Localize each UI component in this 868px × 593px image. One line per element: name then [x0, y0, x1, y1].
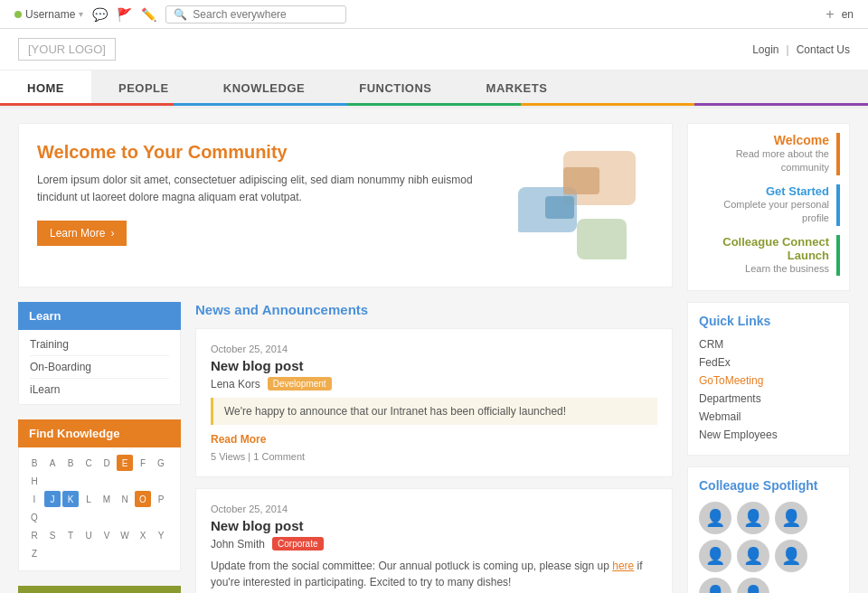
- search-bar[interactable]: 🔍: [165, 5, 346, 24]
- login-link[interactable]: Login: [752, 43, 778, 56]
- learn-more-label: Learn More: [50, 227, 105, 240]
- quick-link-webmail[interactable]: Webmail: [699, 408, 838, 426]
- top-bar-right: + en: [826, 6, 854, 23]
- user-status-dot: [14, 11, 22, 18]
- connect-launch-desc: Learn the business: [697, 262, 829, 276]
- alpha-row-3: R S T U V W X Y Z: [26, 527, 173, 561]
- colleague-avatar-8[interactable]: 👤: [737, 578, 769, 593]
- alpha-h[interactable]: H: [26, 473, 42, 489]
- alpha-n[interactable]: N: [117, 491, 133, 507]
- user-dropdown-icon[interactable]: ▾: [79, 9, 83, 19]
- nav-item-markets[interactable]: MARKETS: [459, 71, 575, 106]
- alpha-row-1: B A B C D E F G H: [26, 455, 173, 489]
- alpha-k[interactable]: K: [62, 491, 79, 507]
- sidebar-learn-list: Training On-Boarding iLearn: [18, 330, 181, 405]
- top-bar: Username ▾ 💬 🚩 ✏️ 🔍 + en: [0, 0, 868, 29]
- hero-image: [491, 142, 654, 268]
- nav-item-functions[interactable]: FUNCTIONS: [332, 71, 458, 106]
- nav-item-people[interactable]: PEOPLE: [91, 71, 196, 106]
- colleague-avatar-6[interactable]: 👤: [775, 540, 807, 572]
- colleague-avatar-1[interactable]: 👤: [699, 502, 731, 534]
- alpha-u[interactable]: U: [80, 527, 97, 543]
- alpha-t[interactable]: T: [62, 527, 79, 543]
- edit-icon[interactable]: ✏️: [141, 7, 156, 22]
- quick-link-crm[interactable]: CRM: [699, 335, 838, 353]
- get-started-title: Get Started: [697, 184, 829, 198]
- alpha-a[interactable]: A: [44, 455, 61, 471]
- chat-bubbles-illustration: [500, 142, 645, 268]
- contact-link[interactable]: Contact Us: [797, 43, 850, 56]
- news-post-1-title: New blog post: [211, 358, 657, 373]
- alpha-w[interactable]: W: [117, 527, 133, 543]
- quick-link-departments[interactable]: Departments: [699, 390, 838, 408]
- hero-title: Welcome to Your Community: [37, 142, 473, 163]
- right-connect-section: Colleague Connect Launch Learn the busin…: [697, 235, 840, 276]
- alpha-o[interactable]: O: [135, 491, 151, 507]
- alpha-r[interactable]: R: [26, 527, 42, 543]
- chat-icon[interactable]: 💬: [92, 7, 108, 22]
- nav-item-home[interactable]: HOME: [0, 71, 91, 106]
- alpha-m[interactable]: M: [99, 491, 115, 507]
- news-post-1-tag: Development: [268, 377, 332, 391]
- alpha-q[interactable]: Q: [26, 509, 42, 525]
- learn-more-button[interactable]: Learn More ›: [37, 221, 127, 246]
- user-info[interactable]: Username ▾: [14, 8, 83, 21]
- username-label: Username: [25, 8, 75, 21]
- news-post-2-author: John Smith: [211, 538, 265, 551]
- colleague-avatar-2[interactable]: 👤: [737, 502, 769, 534]
- top-bar-left: Username ▾ 💬 🚩 ✏️ 🔍: [14, 5, 815, 24]
- sidebar-learn-ilearn[interactable]: iLearn: [30, 379, 169, 400]
- quick-link-fedex[interactable]: FedEx: [699, 353, 838, 372]
- news-post-2-title: New blog post: [211, 518, 657, 533]
- quick-link-newemployees[interactable]: New Employees: [699, 426, 838, 444]
- search-input[interactable]: [193, 8, 328, 21]
- quick-links-section: Quick Links CRM FedEx GoToMeeting Depart…: [687, 302, 850, 456]
- news-post-2-date: October 25, 2014: [211, 504, 657, 514]
- nav-color-home: [0, 103, 174, 106]
- alpha-i[interactable]: I: [26, 491, 42, 507]
- news-section-title: News and Announcements: [195, 302, 673, 317]
- nav-color-markets: [694, 103, 868, 106]
- news-post-1-author-row: Lena Kors Development: [211, 377, 657, 391]
- alpha-l[interactable]: L: [80, 491, 97, 507]
- add-button[interactable]: +: [826, 6, 834, 23]
- alpha-d[interactable]: D: [99, 455, 115, 471]
- alpha-v[interactable]: V: [99, 527, 115, 543]
- search-icon: 🔍: [174, 8, 187, 21]
- bubble-inner-1: [563, 167, 599, 194]
- alpha-b2[interactable]: B: [62, 455, 79, 471]
- bookmark-icon[interactable]: 🚩: [117, 7, 132, 22]
- nav-color-bar: [0, 103, 868, 106]
- alpha-s[interactable]: S: [44, 527, 61, 543]
- news-post-2-link[interactable]: here: [612, 560, 634, 572]
- right-welcome-section: Welcome Read more about the community: [697, 133, 840, 175]
- sidebar-learn-training[interactable]: Training: [30, 334, 169, 356]
- alpha-f[interactable]: F: [135, 455, 151, 471]
- alpha-p[interactable]: P: [153, 491, 169, 507]
- right-welcome-panel: Welcome Read more about the community Ge…: [687, 123, 850, 291]
- news-post-2-tag: Corporate: [272, 537, 323, 551]
- news-post-1-read-more[interactable]: Read More: [211, 433, 266, 446]
- alpha-g[interactable]: G: [153, 455, 169, 471]
- sidebar-learn-onboarding[interactable]: On-Boarding: [30, 356, 169, 379]
- alpha-row-2: I J K L M N O P Q: [26, 491, 173, 525]
- colleague-avatar-5[interactable]: 👤: [737, 540, 769, 572]
- colleague-avatar-4[interactable]: 👤: [699, 540, 731, 572]
- nav-item-knowledge[interactable]: KNOWLEDGE: [196, 71, 332, 106]
- alpha-b[interactable]: B: [26, 455, 42, 471]
- right-get-started-section: Get Started Complete your personal profi…: [697, 184, 840, 226]
- alpha-z[interactable]: Z: [26, 545, 42, 561]
- news-post-2-body: Update from the social committee: Our an…: [211, 558, 657, 590]
- alpha-e[interactable]: E: [117, 455, 133, 471]
- alpha-x[interactable]: X: [135, 527, 151, 543]
- sidebar-find-knowledge-header: Find Knowledge: [18, 419, 181, 447]
- alpha-y[interactable]: Y: [153, 527, 169, 543]
- welcome-desc: Read more about the community: [697, 147, 829, 175]
- quick-link-gotomeeting[interactable]: GoToMeeting: [699, 372, 838, 390]
- news-post-1: October 25, 2014 New blog post Lena Kors…: [195, 328, 673, 477]
- colleague-avatar-3[interactable]: 👤: [775, 502, 807, 534]
- alpha-c[interactable]: C: [80, 455, 97, 471]
- alpha-j[interactable]: J: [44, 491, 61, 507]
- colleague-avatar-7[interactable]: 👤: [699, 578, 731, 593]
- colleague-grid: 👤 👤 👤 👤 👤 👤 👤 👤: [699, 502, 838, 593]
